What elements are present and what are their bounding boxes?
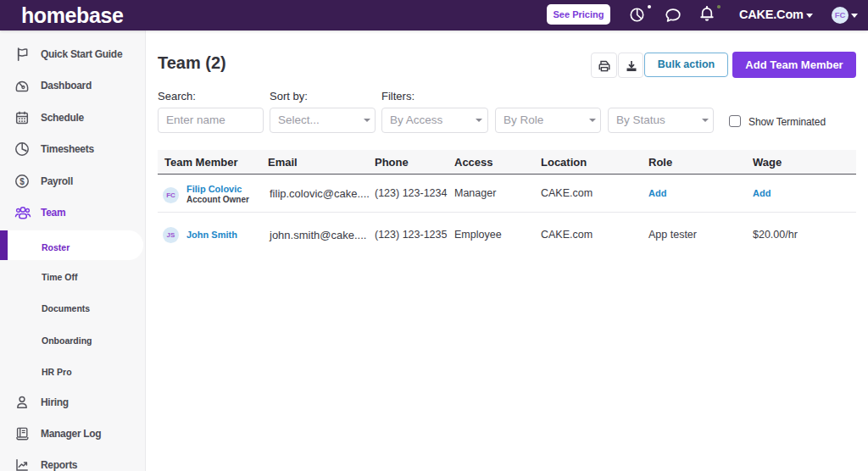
svg-text:$: $ bbox=[19, 177, 25, 186]
